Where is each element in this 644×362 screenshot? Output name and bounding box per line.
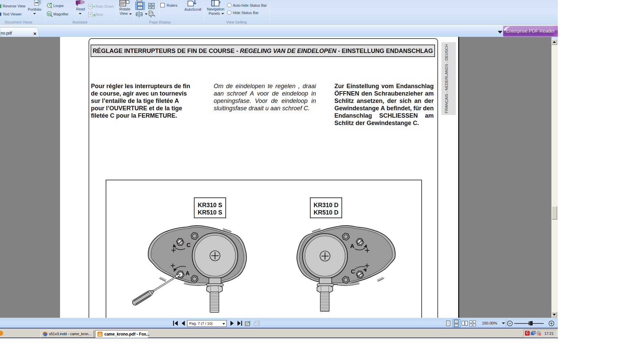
svg-text:M: M: [48, 12, 51, 16]
svg-text:A: A: [185, 270, 190, 277]
svg-text:A: A: [350, 243, 354, 249]
svg-text:C: C: [351, 268, 355, 275]
svg-text:C: C: [186, 242, 191, 248]
svg-text:PDF: PDF: [98, 335, 102, 337]
